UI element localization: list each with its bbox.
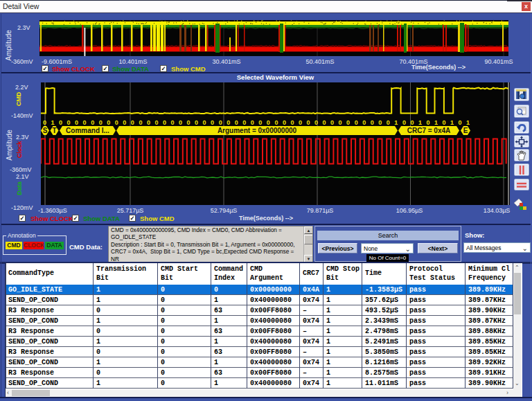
svg-text:0: 0 (267, 119, 270, 126)
svg-text:0: 0 (235, 119, 238, 126)
svg-text:0: 0 (283, 119, 286, 126)
svg-text:0: 0 (107, 119, 110, 126)
svg-text:0: 0 (123, 119, 126, 126)
svg-text:0: 0 (242, 119, 246, 126)
svg-text:0: 0 (154, 119, 158, 126)
svg-text:CRC7 = 0x4A: CRC7 = 0x4A (407, 127, 451, 134)
svg-text:0: 0 (163, 119, 166, 126)
svg-text:0: 0 (362, 119, 366, 126)
svg-text:0: 0 (227, 119, 230, 126)
svg-text:0: 0 (299, 119, 302, 126)
svg-text:0: 0 (147, 119, 150, 126)
svg-text:0: 0 (290, 119, 294, 126)
svg-text:0: 0 (59, 119, 62, 126)
svg-text:0: 0 (459, 119, 462, 126)
svg-text:0: 0 (83, 119, 87, 126)
svg-text:Argument = 0x00000000: Argument = 0x00000000 (218, 127, 297, 134)
svg-text:0: 0 (131, 119, 134, 126)
svg-text:1: 1 (51, 119, 55, 126)
svg-text:0: 0 (99, 119, 103, 126)
svg-text:0: 0 (410, 119, 414, 126)
svg-text:0: 0 (251, 119, 254, 126)
svg-text:1: 1 (394, 119, 398, 126)
svg-text:0: 0 (307, 119, 310, 126)
svg-text:0: 0 (43, 119, 46, 126)
svg-text:0: 0 (179, 119, 182, 126)
svg-text:0: 0 (346, 119, 350, 126)
svg-text:0: 0 (91, 119, 94, 126)
svg-text:0: 0 (171, 119, 175, 126)
svg-text:1: 1 (450, 119, 454, 126)
svg-text:0: 0 (443, 119, 446, 126)
svg-text:0: 0 (314, 119, 318, 126)
svg-text:0: 0 (139, 119, 142, 126)
svg-text:0: 0 (274, 119, 278, 126)
svg-text:0: 0 (371, 119, 374, 126)
svg-text:0: 0 (187, 119, 190, 126)
svg-text:0: 0 (195, 119, 198, 126)
svg-text:E: E (463, 127, 468, 134)
svg-text:T: T (52, 127, 56, 134)
svg-text:0: 0 (211, 119, 214, 126)
svg-text:0: 0 (426, 119, 429, 126)
svg-text:Command I...: Command I... (66, 127, 109, 134)
svg-text:0: 0 (387, 119, 390, 126)
svg-text:1: 1 (418, 119, 422, 126)
svg-text:0: 0 (339, 119, 342, 126)
svg-text:0: 0 (323, 119, 326, 126)
svg-text:0: 0 (75, 119, 78, 126)
svg-text:1: 1 (466, 119, 470, 126)
svg-text:S: S (43, 127, 48, 134)
svg-text:0: 0 (402, 119, 406, 126)
svg-text:0: 0 (258, 119, 262, 126)
svg-text:1: 1 (434, 119, 438, 126)
svg-text:0: 0 (115, 119, 118, 126)
svg-text:0: 0 (67, 119, 71, 126)
svg-text:0: 0 (330, 119, 334, 126)
svg-text:0: 0 (219, 119, 222, 126)
svg-text:0: 0 (378, 119, 382, 126)
svg-text:0: 0 (203, 119, 206, 126)
svg-text:0: 0 (355, 119, 358, 126)
